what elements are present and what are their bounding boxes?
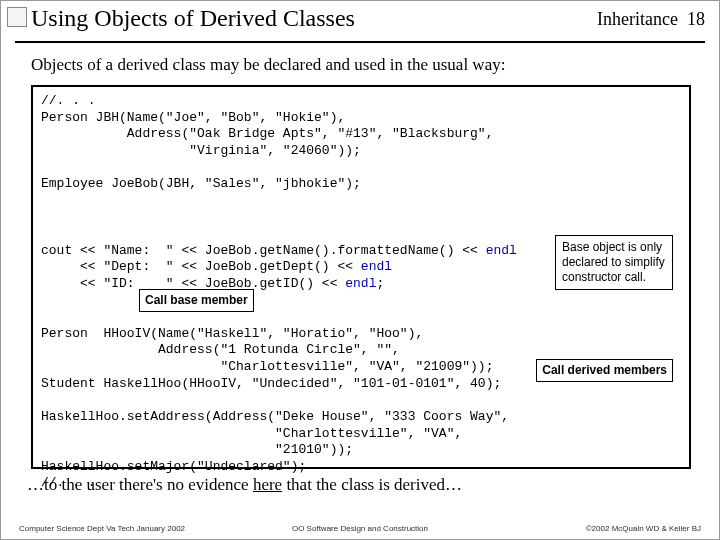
callout-base-object: Base object is only declared to simplify… [555,235,673,290]
slide: Using Objects of Derived Classes Inherit… [0,0,720,540]
keyword-endl: endl [345,276,376,291]
code-line: "Charlottesville", "VA", [41,426,462,441]
code-line: "21010")); [41,442,353,457]
code-line: Person HHooIV(Name("Haskell", "Horatio",… [41,326,423,341]
page-number: 18 [687,9,705,29]
code-block: //. . . Person JBH(Name("Joe", "Bob", "H… [41,93,681,492]
callout-call-derived: Call derived members [536,359,673,382]
code-line: << "Dept: " << JoeBob.getDept() << endl [41,259,392,274]
footer: Computer Science Dept Va Tech January 20… [1,519,719,533]
code-line: Person JBH(Name("Joe", "Bob", "Hokie"), [41,110,345,125]
code-line: Address("Oak Bridge Apts", "#13", "Black… [41,126,493,141]
header-rule [15,41,705,43]
slide-title: Using Objects of Derived Classes [31,5,355,32]
code-line: Student HaskellHoo(HHooIV, "Undecided", … [41,376,501,391]
keyword-endl: endl [486,243,517,258]
code-box: //. . . Person JBH(Name("Joe", "Bob", "H… [31,85,691,469]
section-name: Inheritance [597,9,678,29]
corner-decoration [7,7,27,27]
code-line: Address("1 Rotunda Circle", "", [41,342,400,357]
header: Using Objects of Derived Classes Inherit… [31,5,705,39]
outro-text: …to the user there's no evidence here th… [27,475,462,495]
footer-right: ©2002 McQuain WD & Keller BJ [586,524,701,533]
code-line: Employee JoeBob(JBH, "Sales", "jbhokie")… [41,176,361,191]
underlined-here: here [253,475,282,494]
callout-call-base: Call base member [139,289,254,312]
code-line: HaskellHoo.setAddress(Address("Deke Hous… [41,409,509,424]
code-line: HaskellHoo.setMajor("Undeclared"); [41,459,306,474]
code-line: "Charlottesville", "VA", "21009")); [41,359,493,374]
header-right: Inheritance 18 [597,9,705,30]
code-line: cout << "Name: " << JoeBob.getName().for… [41,243,517,258]
keyword-endl: endl [361,259,392,274]
intro-text: Objects of a derived class may be declar… [31,55,505,75]
code-line: //. . . [41,93,96,108]
code-line: "Virginia", "24060")); [41,143,361,158]
